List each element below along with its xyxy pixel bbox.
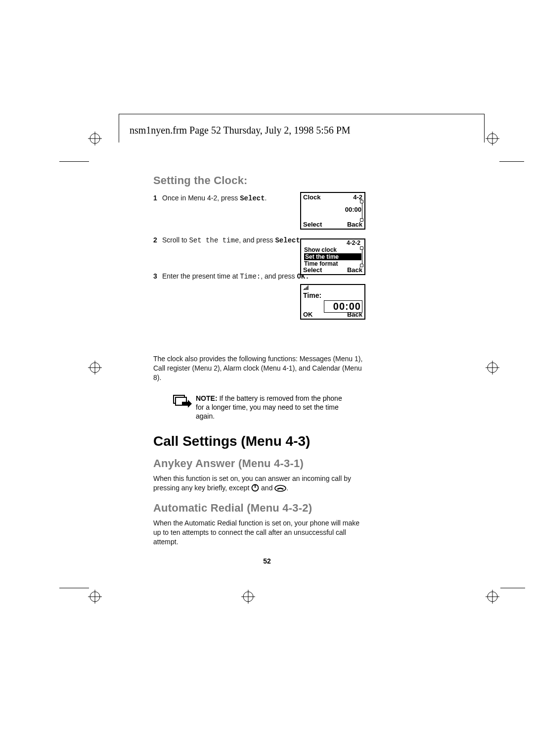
- note-label: NOTE:: [196, 394, 219, 402]
- registration-mark-icon: [88, 590, 102, 604]
- scrollbar-icon: [361, 241, 363, 266]
- softkey-left: OK: [303, 311, 313, 318]
- registration-mark-icon: [88, 132, 102, 145]
- registration-mark-icon: [486, 132, 499, 145]
- menu-item: Show clock: [304, 246, 361, 253]
- step-mono: Set the time: [189, 236, 239, 244]
- registration-mark-icon: [241, 590, 255, 604]
- step-command: Select: [240, 194, 265, 202]
- softkey-right: Back: [347, 266, 362, 274]
- step-text: Scroll to: [162, 236, 189, 244]
- step-text: Enter the present time at: [162, 272, 240, 280]
- section-heading-setting-clock: Setting the Clock:: [153, 174, 361, 187]
- step-text: Once in Menu 4-2, press: [162, 194, 240, 202]
- crop-line: [59, 161, 89, 162]
- softkey-left: Select: [303, 266, 322, 274]
- screen-menu-number: 4-2-2: [301, 239, 364, 246]
- phone-screen-time-entry: Time: 00:00 OK Back: [300, 284, 365, 320]
- page-number: 52: [0, 557, 534, 565]
- phone-screen-clock: Clock 4-2 00:00 Select Back: [300, 192, 365, 230]
- power-key-icon: [251, 484, 259, 494]
- registration-mark-icon: [486, 361, 499, 375]
- softkey-left: Select: [303, 221, 322, 228]
- header-vline: [119, 114, 119, 142]
- running-header: nsm1nyen.frm Page 52 Thursday, July 2, 1…: [130, 125, 351, 136]
- signal-icon: [301, 285, 364, 291]
- anykey-paragraph: When this function is set on, you can an…: [153, 474, 366, 494]
- scrollbar-icon: [361, 195, 363, 221]
- note-block: NOTE: If the battery is removed from the…: [153, 389, 366, 421]
- subsection-heading-auto-redial: Automatic Redial (Menu 4-3-2): [153, 502, 312, 515]
- header-vline: [484, 114, 485, 142]
- step-text: , and press: [261, 272, 297, 280]
- screen-title: Clock: [303, 193, 320, 201]
- subsection-heading-anykey: Anykey Answer (Menu 4-3-1): [153, 457, 304, 470]
- step-mono: Time:: [240, 273, 261, 281]
- para-text: and: [261, 484, 274, 492]
- section-heading-call-settings: Call Settings (Menu 4-3): [153, 433, 310, 449]
- clock-functions-paragraph: The clock also provides the following fu…: [153, 354, 366, 382]
- screen-time-value: 00:00: [301, 206, 364, 213]
- softkey-right: Back: [347, 311, 362, 318]
- step-number: 2: [153, 236, 162, 244]
- registration-mark-icon: [486, 590, 499, 604]
- step-number: 1: [153, 194, 162, 202]
- step-text: .: [265, 194, 267, 202]
- end-call-key-icon: [274, 485, 286, 494]
- menu-item-selected: Set the time: [304, 253, 361, 260]
- softkey-right: Back: [347, 221, 362, 228]
- step-number: 3: [153, 272, 162, 281]
- document-page: nsm1nyen.frm Page 52 Thursday, July 2, 1…: [0, 0, 534, 756]
- auto-redial-paragraph: When the Automatic Redial function is se…: [153, 519, 366, 547]
- crop-line: [500, 588, 525, 589]
- para-text: .: [286, 484, 288, 492]
- crop-line: [499, 161, 524, 162]
- registration-mark-icon: [88, 361, 102, 375]
- screen-title: Time:: [301, 291, 364, 299]
- note-arrow-icon: [173, 394, 196, 421]
- phone-screen-set-time-menu: 4-2-2 Show clock Set the time Time forma…: [300, 238, 365, 275]
- note-text: NOTE: If the battery is removed from the…: [196, 394, 351, 421]
- crop-line: [59, 588, 89, 589]
- step-text: , and press: [239, 236, 275, 244]
- header-rule: [119, 114, 485, 114]
